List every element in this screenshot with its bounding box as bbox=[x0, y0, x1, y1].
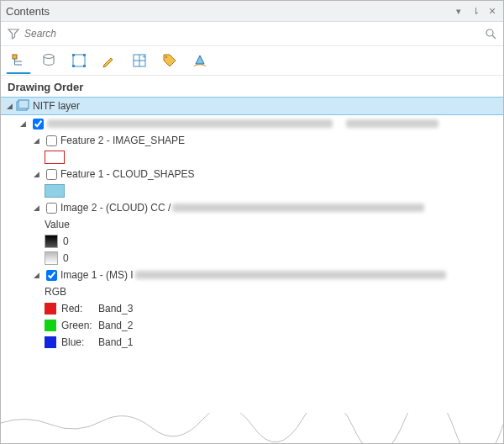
band-name: Band_3 bbox=[98, 303, 133, 314]
svg-rect-9 bbox=[83, 54, 86, 56]
visibility-checkbox[interactable] bbox=[46, 169, 57, 180]
list-snapping-button[interactable]: + bbox=[127, 48, 152, 73]
channel-label: Red: bbox=[61, 303, 98, 314]
layer-nitf[interactable]: ◢ NITF layer bbox=[1, 97, 503, 115]
rgb-red-row: Red: Band_3 bbox=[1, 300, 503, 317]
legend-break-row: 0 bbox=[1, 250, 503, 267]
image-layer-cloud[interactable]: ◢ Image 2 - (CLOUD) CC / bbox=[1, 199, 503, 216]
band-name: Band_1 bbox=[98, 336, 133, 348]
filter-icon[interactable] bbox=[6, 26, 21, 41]
legend-break-value: 0 bbox=[63, 235, 69, 247]
layer-tree: ◢ NITF layer ◢ ◢ Feature 2 - IMAGE_SHAPE bbox=[1, 97, 503, 357]
svg-rect-10 bbox=[72, 65, 75, 67]
rgb-blue-row: Blue: Band_1 bbox=[1, 334, 503, 351]
svg-rect-7 bbox=[73, 55, 85, 66]
symbology-swatch-row bbox=[1, 149, 503, 166]
svg-rect-2 bbox=[13, 55, 17, 59]
caret-icon[interactable]: ◢ bbox=[31, 169, 41, 179]
legend-title: RGB bbox=[45, 286, 66, 298]
obscured-text bbox=[172, 204, 424, 212]
legend-title-row: Value bbox=[1, 216, 503, 233]
visibility-checkbox[interactable] bbox=[46, 270, 57, 281]
legend-title-row: RGB bbox=[1, 283, 503, 300]
image-layer-ms[interactable]: ◢ Image 1 - (MS) I bbox=[1, 267, 503, 283]
group-layer-icon bbox=[16, 99, 29, 113]
caret-icon[interactable]: ◢ bbox=[31, 203, 41, 213]
svg-point-16 bbox=[165, 56, 167, 58]
caret-icon[interactable]: ◢ bbox=[18, 119, 28, 129]
torn-edge-decoration bbox=[1, 413, 504, 443]
list-drawing-order-button[interactable] bbox=[6, 48, 31, 74]
caret-icon[interactable]: ◢ bbox=[4, 101, 14, 111]
svg-rect-18 bbox=[18, 100, 29, 108]
channel-label: Blue: bbox=[61, 336, 98, 348]
layer-label: Feature 2 - IMAGE_SHAPE bbox=[60, 135, 185, 146]
svg-rect-11 bbox=[83, 65, 86, 67]
feature-layer-cloud-shapes[interactable]: ◢ Feature 1 - CLOUD_SHAPES bbox=[1, 166, 503, 182]
legend-break-row: 0 bbox=[1, 233, 503, 250]
contents-toolbar: + bbox=[1, 46, 503, 76]
search-input[interactable] bbox=[21, 24, 483, 43]
obscured-text bbox=[346, 119, 438, 128]
contents-pane: Contents ▾ ⇂ × + bbox=[0, 0, 504, 444]
visibility-checkbox[interactable] bbox=[46, 135, 57, 146]
symbol-swatch[interactable] bbox=[45, 151, 65, 164]
searchbar bbox=[1, 22, 503, 46]
svg-rect-8 bbox=[72, 54, 75, 56]
layer-label: Image 1 - (MS) I bbox=[60, 269, 134, 281]
visibility-checkbox[interactable] bbox=[33, 119, 44, 130]
dropdown-icon[interactable]: ▾ bbox=[453, 5, 465, 17]
legend-title: Value bbox=[45, 219, 70, 230]
search-icon[interactable] bbox=[483, 26, 498, 41]
rgb-green-row: Green: Band_2 bbox=[1, 317, 503, 334]
stretch-swatch-high bbox=[45, 235, 58, 248]
legend-break-value: 0 bbox=[63, 252, 69, 264]
layer-label: Image 2 - (CLOUD) CC / bbox=[60, 202, 171, 214]
svg-point-0 bbox=[486, 29, 493, 36]
list-editing-button[interactable] bbox=[97, 48, 122, 73]
channel-label: Green: bbox=[61, 320, 98, 331]
blue-swatch bbox=[45, 336, 56, 348]
layer-label: Feature 1 - CLOUD_SHAPES bbox=[60, 168, 194, 180]
red-swatch bbox=[45, 303, 56, 314]
stretch-swatch-low bbox=[45, 251, 58, 265]
titlebar: Contents ▾ ⇂ × bbox=[1, 1, 503, 22]
svg-point-6 bbox=[44, 55, 54, 59]
list-selection-button[interactable] bbox=[66, 48, 92, 73]
sublayer-dataset[interactable]: ◢ bbox=[1, 115, 503, 132]
section-drawing-order: Drawing Order bbox=[1, 76, 503, 97]
pin-icon[interactable]: ⇂ bbox=[470, 5, 481, 17]
visibility-checkbox[interactable] bbox=[46, 203, 57, 214]
feature-layer-image-shape[interactable]: ◢ Feature 2 - IMAGE_SHAPE bbox=[1, 132, 503, 149]
symbol-swatch[interactable] bbox=[45, 184, 65, 198]
list-labeling-button[interactable] bbox=[157, 48, 182, 73]
layer-label: NITF layer bbox=[33, 100, 80, 112]
close-icon[interactable]: × bbox=[486, 5, 498, 17]
obscured-text bbox=[47, 119, 333, 128]
caret-icon[interactable]: ◢ bbox=[31, 270, 41, 280]
list-data-source-button[interactable] bbox=[36, 48, 61, 73]
green-swatch bbox=[45, 320, 56, 331]
band-name: Band_2 bbox=[98, 320, 133, 331]
svg-text:+: + bbox=[142, 53, 146, 61]
list-perspective-button[interactable] bbox=[187, 48, 213, 73]
symbology-swatch-row bbox=[1, 182, 503, 199]
caret-icon[interactable]: ◢ bbox=[31, 135, 41, 145]
obscured-text bbox=[135, 271, 446, 279]
pane-title: Contents bbox=[6, 5, 50, 18]
svg-line-1 bbox=[492, 35, 496, 39]
